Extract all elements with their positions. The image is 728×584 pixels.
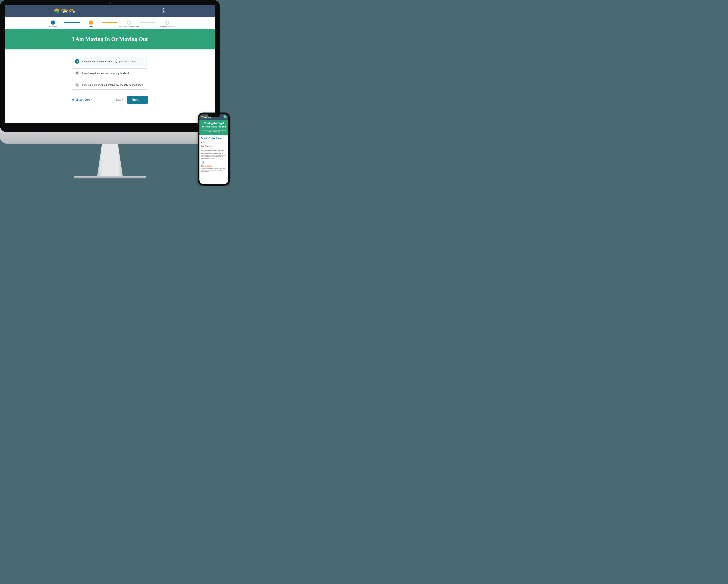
step-label: A little More About You (158, 26, 175, 28)
start-over-button[interactable]: ↺ Start Over (72, 98, 92, 102)
arrow-left-icon: ← (111, 98, 114, 102)
house-icon (201, 161, 227, 164)
step-connector (102, 22, 118, 23)
step-number: 2 (89, 21, 93, 25)
option-b[interactable]: B I need to get money back from my landl… (72, 68, 148, 78)
step-1[interactable]: 1 Your Issue (42, 21, 64, 28)
brand-logo[interactable]: OREGON LAW HELP (54, 8, 75, 13)
step-connector (64, 22, 80, 23)
step-label: Your Location and Income (119, 26, 139, 28)
next-button[interactable]: Next → (127, 96, 148, 104)
option-text: I have questions about getting my securi… (82, 84, 142, 86)
menu-label: Menu (224, 116, 226, 117)
mobile-viewport: OREGON LAW HELP Menu Making the Legal Sy… (200, 114, 228, 184)
close-icon (162, 8, 165, 12)
mobile-body: What We Are Doing The Purpose To make ci… (200, 135, 228, 176)
mobile-menu-button[interactable]: Menu (223, 115, 227, 118)
mobile-hero-subtitle: Lorem ipsum dolor sit amet coectetur adi… (201, 130, 226, 133)
block-body: To make civil legal help more accessible… (201, 148, 227, 159)
arrow-right-icon: → (140, 98, 143, 102)
imac-stand (90, 144, 130, 176)
option-letter: C (75, 83, 79, 87)
imac-bezel: OREGON LAW HELP EXIT 1 Your Issue (0, 0, 220, 132)
option-text: I have other questions about my rights a… (82, 60, 136, 63)
step-number: 4 (165, 21, 169, 25)
hamburger-icon (224, 117, 226, 117)
step-label: Your Issue (49, 26, 57, 28)
block-title: The Purpose (201, 145, 227, 147)
start-over-label: Start Over (76, 98, 92, 102)
logo-text: OREGON LAW HELP (61, 8, 75, 13)
option-letter: A (75, 59, 79, 64)
imac-camera (109, 2, 111, 4)
step-number: 1 (51, 21, 55, 25)
imac-device: OREGON LAW HELP EXIT 1 Your Issue (0, 0, 220, 178)
step-3[interactable]: 3 Your Location and Income (118, 21, 140, 28)
stepper: 1 Your Issue 2 Topic 3 Your Location and… (5, 17, 215, 29)
block-body: To create and provide on-going support f… (201, 168, 227, 172)
page-title: I Am Moving In Or Moving Out (5, 29, 215, 50)
logo-line2: LAW HELP (61, 11, 75, 13)
options-list: A I have other questions about my rights… (72, 57, 148, 90)
handshake-icon (201, 141, 227, 144)
step-number: 3 (127, 21, 131, 25)
step-4[interactable]: 4 A little More About You (155, 21, 178, 28)
option-letter: B (75, 71, 79, 75)
exit-label: EXIT (161, 12, 166, 14)
next-label: Next (132, 98, 138, 102)
back-label: Back (115, 98, 124, 102)
block-title: The Mission (201, 165, 227, 167)
topbar: OREGON LAW HELP EXIT (5, 5, 215, 17)
undo-icon: ↺ (72, 98, 75, 102)
actions-row: ↺ Start Over ← Back Next → (72, 96, 148, 104)
step-2[interactable]: 2 Topic (80, 21, 102, 28)
step-label: Topic (89, 26, 93, 28)
section-heading: What We Are Doing (201, 137, 227, 140)
option-text: I need to get money back from my landlor… (82, 72, 129, 75)
mobile-hero: Making the Legal System Work for You Lor… (200, 120, 228, 135)
iphone-device: OREGON LAW HELP Menu Making the Legal Sy… (198, 113, 230, 186)
step-connector (140, 22, 155, 23)
option-c[interactable]: C I have questions about getting my secu… (72, 80, 148, 90)
iphone-notch (208, 114, 220, 117)
exit-button[interactable]: EXIT (161, 8, 166, 14)
mobile-hero-title: Making the Legal System Work for You (201, 122, 226, 129)
back-button[interactable]: ← Back (111, 98, 124, 102)
logo-mark-icon (201, 115, 204, 118)
option-a[interactable]: A I have other questions about my rights… (72, 57, 148, 66)
logo-mark-icon (54, 8, 59, 13)
desktop-viewport: OREGON LAW HELP EXIT 1 Your Issue (5, 5, 215, 123)
imac-foot (74, 176, 146, 178)
